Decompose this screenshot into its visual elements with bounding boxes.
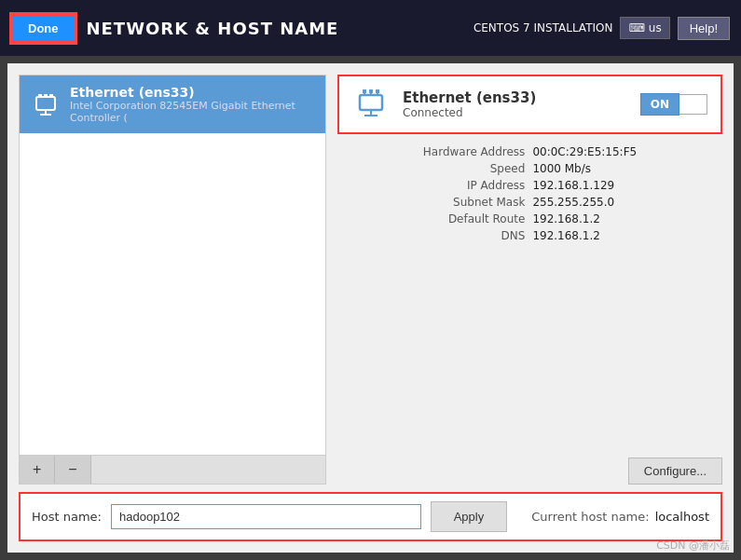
iface-name: Ethernet (ens33) <box>70 85 314 100</box>
interface-item-ens33[interactable]: Ethernet (ens33) Intel Corporation 82545… <box>20 75 325 133</box>
ethernet-status-box: Ethernet (ens33) Connected ON <box>337 75 722 134</box>
keyboard-icon: ⌨ <box>628 21 644 34</box>
dns-label: DNS <box>337 229 525 242</box>
hardware-address-label: Hardware Address <box>337 145 525 158</box>
content-area: Ethernet (ens33) Intel Corporation 82545… <box>19 75 722 485</box>
eth-status: Connected <box>403 106 536 119</box>
eth-info: Ethernet (ens33) Connected <box>403 89 536 119</box>
remove-interface-button[interactable]: − <box>55 456 90 484</box>
speed-label: Speed <box>337 162 525 175</box>
centos-label: CENTOS 7 INSTALLATION <box>473 21 613 34</box>
subnet-mask-label: Subnet Mask <box>337 196 525 209</box>
header-left: Done NETWORK & HOST NAME <box>11 14 338 43</box>
configure-btn-area: Configure... <box>337 450 722 485</box>
network-details: Hardware Address 00:0C:29:E5:15:F5 Speed… <box>337 142 722 246</box>
svg-rect-15 <box>376 89 379 93</box>
toggle-switch[interactable]: ON <box>640 93 707 116</box>
left-panel: Ethernet (ens33) Intel Corporation 82545… <box>19 75 326 485</box>
hostname-input[interactable] <box>111 504 421 529</box>
hostname-bar: Host name: Apply Current host name: loca… <box>19 492 722 541</box>
current-hostname-area: Current host name: localhost <box>531 510 709 524</box>
svg-rect-9 <box>360 95 382 110</box>
apply-button[interactable]: Apply <box>431 501 508 532</box>
hardware-address-value: 00:0C:29:E5:15:F5 <box>532 145 722 158</box>
interface-info: Ethernet (ens33) Intel Corporation 82545… <box>70 85 314 124</box>
lang-selector[interactable]: ⌨ us <box>620 17 669 39</box>
ip-address-value: 192.168.1.129 <box>532 179 722 192</box>
lang-code: us <box>649 21 662 34</box>
eth-name: Ethernet (ens33) <box>403 89 536 106</box>
help-button[interactable]: Help! <box>678 17 730 40</box>
iface-desc: Intel Corporation 82545EM Gigabit Ethern… <box>70 100 314 124</box>
header-right: CENTOS 7 INSTALLATION ⌨ us Help! <box>473 17 730 40</box>
svg-rect-14 <box>369 89 373 93</box>
eth-icon-box <box>352 86 390 123</box>
done-button[interactable]: Done <box>11 14 75 43</box>
list-controls: + − <box>19 456 326 485</box>
svg-rect-0 <box>36 97 55 110</box>
svg-rect-5 <box>44 94 48 97</box>
subnet-mask-value: 255.255.255.0 <box>532 196 722 209</box>
configure-button[interactable]: Configure... <box>628 458 722 485</box>
default-route-value: 192.168.1.2 <box>532 212 722 225</box>
watermark: CSDN @潘小磊 <box>656 539 730 553</box>
default-route-label: Default Route <box>337 212 525 225</box>
speed-value: 1000 Mb/s <box>532 162 722 175</box>
header: Done NETWORK & HOST NAME CENTOS 7 INSTAL… <box>0 0 741 56</box>
interface-list: Ethernet (ens33) Intel Corporation 82545… <box>19 75 326 456</box>
current-hostname-label: Current host name: <box>531 510 649 524</box>
toggle-track <box>679 94 707 115</box>
ip-address-label: IP Address <box>337 179 525 192</box>
dns-value: 192.168.1.2 <box>532 229 722 242</box>
right-panel: Ethernet (ens33) Connected ON Hardware A… <box>337 75 722 485</box>
current-hostname-value: localhost <box>655 510 709 524</box>
ethernet-icon <box>31 89 61 119</box>
svg-rect-6 <box>49 94 53 97</box>
toggle-on-label: ON <box>640 93 679 116</box>
add-interface-button[interactable]: + <box>20 456 55 484</box>
svg-rect-13 <box>363 89 366 93</box>
main-content: Ethernet (ens33) Intel Corporation 82545… <box>7 63 734 553</box>
hostname-label: Host name: <box>32 510 102 524</box>
svg-rect-4 <box>38 94 42 97</box>
page-title: NETWORK & HOST NAME <box>87 19 339 38</box>
